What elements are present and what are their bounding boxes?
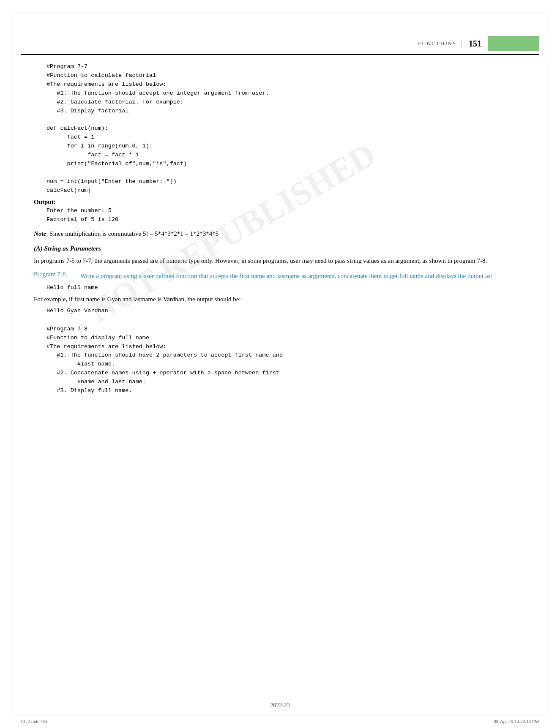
green-bar — [488, 36, 539, 51]
page-border-left — [13, 13, 13, 715]
code-block-program-7-8: #Program 7-8 #Function to display full n… — [46, 325, 535, 395]
section-a-intro: In programs 7-5 to 7-7, the arguments pa… — [34, 256, 535, 266]
bottom-meta-right: 08-Apr-19 12:23:13 PM — [494, 719, 539, 724]
footer: 2022-23 — [0, 702, 560, 709]
output-code: Enter the number: 5 Factorial of 5 is 12… — [46, 207, 535, 224]
bottom-meta-left: Ch 7.indd 151 — [21, 719, 48, 724]
page-number: 151 — [462, 37, 488, 50]
section-a-heading: (A) String as Parameters — [34, 245, 535, 252]
page-border-bottom — [13, 715, 547, 715]
code-block-program-7-7: #Program 7-7 #Function to calculate fact… — [46, 63, 535, 195]
chapter-label: Functions — [418, 40, 462, 47]
note-text: : Since multiplication is commutative 5!… — [46, 230, 219, 237]
note-label: Note — [34, 230, 46, 237]
program-78-description: Write a program using a user defined fun… — [80, 271, 535, 281]
page-border-right — [547, 13, 547, 715]
hello-note: For example, if first name is Gyan and l… — [34, 294, 535, 304]
output-label: Output: — [34, 199, 535, 206]
hello-output-line1: Hello full name — [46, 284, 535, 291]
header: Functions 151 — [418, 36, 539, 51]
program-78-number: Program 7-8 — [34, 271, 80, 278]
page-border-top — [13, 13, 547, 13]
note-block: Note: Since multiplication is commutativ… — [34, 229, 535, 239]
footer-year: 2022-23 — [270, 702, 290, 709]
header-line — [21, 54, 539, 55]
hello-output-line2: Hello Gyan Vardhan — [46, 308, 535, 314]
program-78-line: Program 7-8 Write a program using a user… — [34, 271, 535, 281]
main-content: #Program 7-7 #Function to calculate fact… — [34, 59, 535, 399]
